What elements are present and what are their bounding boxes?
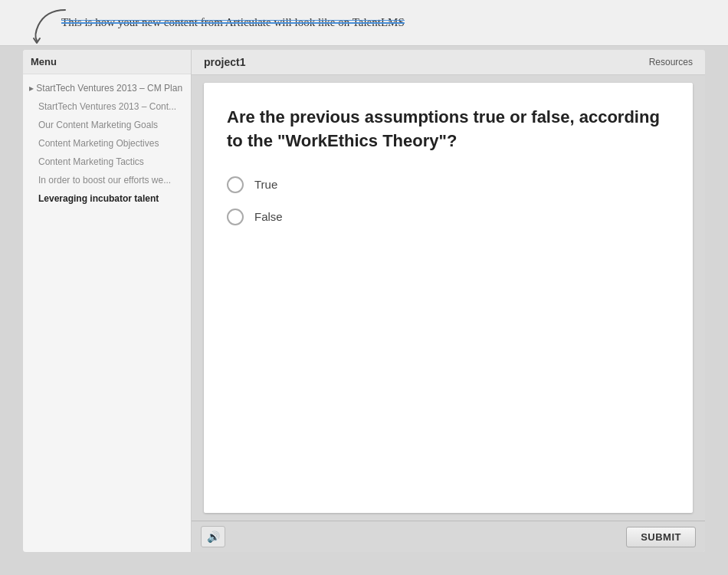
submit-button[interactable]: SUBMIT bbox=[626, 527, 696, 547]
sidebar-item-parent-1[interactable]: ▸ StartTech Ventures 2013 – CM Plan bbox=[23, 79, 191, 97]
resources-link[interactable]: Resources bbox=[649, 57, 693, 67]
sidebar-item-child-5[interactable]: In order to boost our efforts we... bbox=[23, 171, 191, 189]
content-area: project1 Resources Are the previous assu… bbox=[192, 50, 705, 552]
radio-option-false[interactable]: False bbox=[227, 209, 670, 225]
sidebar-item-child-6[interactable]: Leveraging incubator talent bbox=[23, 189, 191, 208]
question-text: Are the previous assumptions true or fal… bbox=[227, 106, 670, 153]
slide-area: Are the previous assumptions true or fal… bbox=[192, 75, 705, 521]
sidebar-nav: ▸ StartTech Ventures 2013 – CM PlanStart… bbox=[23, 74, 191, 552]
radio-circle-false bbox=[227, 209, 244, 225]
radio-label-true: True bbox=[254, 178, 277, 191]
main-container: Menu ▸ StartTech Ventures 2013 – CM Plan… bbox=[23, 50, 705, 552]
audio-button[interactable]: 🔊 bbox=[201, 526, 225, 547]
audio-icon: 🔊 bbox=[207, 531, 220, 543]
sidebar-item-child-3[interactable]: Content Marketing Objectives bbox=[23, 134, 191, 153]
sidebar: Menu ▸ StartTech Ventures 2013 – CM Plan… bbox=[23, 50, 192, 552]
sidebar-item-child-4[interactable]: Content Marketing Tactics bbox=[23, 153, 191, 171]
radio-circle-true bbox=[227, 176, 244, 193]
sidebar-header: Menu bbox=[23, 50, 191, 74]
sidebar-item-child-1[interactable]: StartTech Ventures 2013 – Cont... bbox=[23, 97, 191, 116]
content-header: project1 Resources bbox=[192, 50, 705, 75]
radio-options-container: TrueFalse bbox=[227, 176, 670, 225]
project-title: project1 bbox=[204, 56, 245, 68]
radio-option-true[interactable]: True bbox=[227, 176, 670, 193]
bottom-toolbar: 🔊 SUBMIT bbox=[192, 521, 705, 552]
annotation-text: This is how your new content from Articu… bbox=[61, 16, 405, 29]
sidebar-item-child-2[interactable]: Our Content Marketing Goals bbox=[23, 116, 191, 134]
annotation-banner: This is how your new content from Articu… bbox=[0, 0, 728, 46]
slide-content: Are the previous assumptions true or fal… bbox=[204, 83, 693, 513]
radio-label-false: False bbox=[254, 210, 283, 223]
